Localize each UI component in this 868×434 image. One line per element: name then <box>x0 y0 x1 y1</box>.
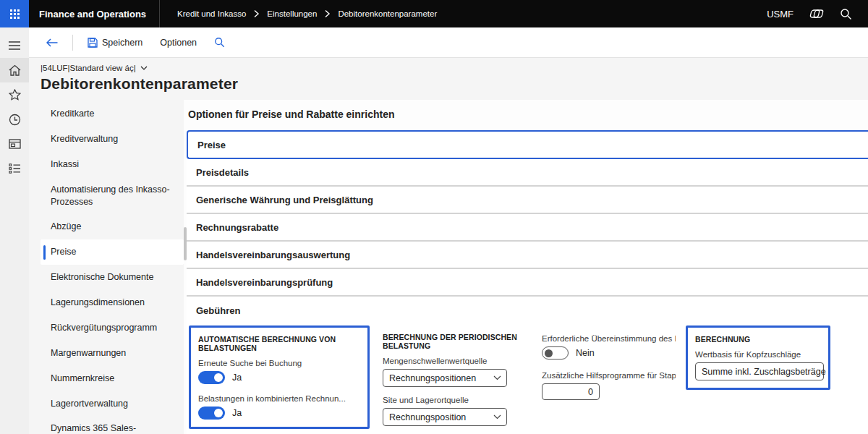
group-heading: BERECHNUNG <box>695 335 821 344</box>
chevron-right-icon <box>324 9 331 18</box>
toggle-belastungen-kombiniert[interactable] <box>198 407 225 420</box>
nav-rail <box>0 27 29 434</box>
section-gebuehren[interactable]: Gebühren <box>187 297 868 324</box>
section-generische-waehrung[interactable]: Generische Währung und Preisglättung <box>187 187 868 214</box>
workspace-icon[interactable] <box>0 132 29 156</box>
field-label: Erforderliche Übereinstimmung des Be... <box>542 334 676 343</box>
group-automatische-berechnung: AUTOMATISCHE BERECHNUNG VON BELASTUNGEN … <box>189 326 370 429</box>
copilot-icon[interactable] <box>809 7 824 20</box>
field-label: Site und Lagerortquelle <box>383 396 522 404</box>
page: |54LUF|Standard view áç| Debitorenkonten… <box>29 58 868 434</box>
floppy-icon <box>88 38 98 48</box>
arrow-left-icon <box>46 38 58 47</box>
dropdown-value: Summe inkl. Zuschlagsbeträge <box>702 367 826 377</box>
nav-item-d365-sales-integration[interactable]: Dynamics 365 Sales-Integration <box>41 416 184 434</box>
nav-item-rueckverguetungsprogramm[interactable]: Rückvergütungsprogramm <box>41 315 184 341</box>
section-label: Handelsvereinbarungsauswertung <box>196 250 350 260</box>
chevron-down-icon <box>493 414 501 420</box>
company-picker[interactable]: USMF <box>767 9 793 20</box>
nav-item-preise[interactable]: Preise <box>41 239 184 265</box>
home-icon[interactable] <box>0 58 29 82</box>
app-launcher-button[interactable] <box>0 0 29 27</box>
nav-item-kreditkarte[interactable]: Kreditkarte <box>41 101 184 127</box>
input-value: 0 <box>588 387 593 397</box>
clock-icon[interactable] <box>0 107 29 132</box>
dropdown-site-lagerortquelle[interactable]: Rechnungsposition <box>383 408 507 426</box>
panel-title: Optionen für Preise und Rabatte einricht… <box>187 109 868 120</box>
field-label: Wertbasis für Kopfzuschläge <box>695 350 821 359</box>
nav-item-lagerortverwaltung[interactable]: Lagerortverwaltung <box>41 391 184 417</box>
section-label: Generische Währung und Preisglättung <box>196 195 373 205</box>
topbar-divider <box>159 0 160 27</box>
view-selector[interactable]: |54LUF|Standard view áç| <box>41 64 148 72</box>
section-label: Gebühren <box>196 305 240 316</box>
gebuehren-fields: AUTOMATISCHE BERECHNUNG VON BELASTUNGEN … <box>187 324 868 434</box>
section-rechnungsrabatte[interactable]: Rechnungsrabatte <box>187 214 868 242</box>
dropdown-mengenschwellenwertquelle[interactable]: Rechnungspositionen <box>383 369 507 387</box>
section-label: Preisdetails <box>196 167 249 178</box>
nav-item-elektronische-dokumente[interactable]: Elektronische Dokumente <box>41 265 184 290</box>
nav-scrollbar[interactable] <box>184 227 187 260</box>
search-icon <box>214 37 225 48</box>
settings-nav: Kreditkarte Kreditverwaltung Inkassi Aut… <box>41 100 184 434</box>
nav-item-lagerungsdimensionen[interactable]: Lagerungsdimensionen <box>41 290 184 315</box>
nav-item-inkasso-automatisierung[interactable]: Automatisierung des Inkasso-Prozesses <box>41 177 184 215</box>
dropdown-value: Rechnungsposition <box>389 412 466 422</box>
chevron-down-icon <box>140 66 148 70</box>
group-uebereinstimmung: Erforderliche Übereinstimmung des Be... … <box>535 326 683 407</box>
breadcrumb-item-page[interactable]: Debitorenkontenparameter <box>338 9 437 18</box>
dropdown-wertbasis-kopfzuschlaege[interactable]: Summe inkl. Zuschlagsbeträge <box>695 362 824 380</box>
nav-item-margenwarnungen[interactable]: Margenwarnungen <box>41 341 184 366</box>
nav-item-nummernkreise[interactable]: Nummernkreise <box>41 366 184 391</box>
app-launcher-icon <box>10 9 20 19</box>
modules-icon[interactable] <box>0 156 29 181</box>
toggle-value: Ja <box>232 373 242 383</box>
breadcrumb-item-module[interactable]: Kredit und Inkasso <box>177 9 246 18</box>
search-icon[interactable] <box>840 8 852 20</box>
breadcrumb-item-section[interactable]: Einstellungen <box>267 9 317 18</box>
page-title: Debitorenkontenparameter <box>41 75 868 93</box>
content-panel: Optionen für Preise und Rabatte einricht… <box>184 100 868 434</box>
section-label: Preise <box>197 140 226 150</box>
group-periodische-belastung: BERECHNUNG DER PERIODISCHEN BELASTUNG Me… <box>375 326 529 433</box>
group-heading: BERECHNUNG DER PERIODISCHEN BELASTUNG <box>383 333 522 350</box>
action-bar: Speichern Optionen <box>29 27 868 58</box>
chevron-right-icon <box>253 9 260 18</box>
section-label: Handelsvereinbarungsprüfung <box>196 277 333 288</box>
field-label: Zusätzliche Hilfsprogramme für Stapel <box>542 371 676 380</box>
group-heading: AUTOMATISCHE BERECHNUNG VON BELASTUNGEN <box>198 335 360 352</box>
group-berechnung: BERECHNUNG Wertbasis für Kopfzuschläge S… <box>686 326 830 390</box>
input-hilfsprogramme-stapel[interactable]: 0 <box>542 383 600 400</box>
view-selector-label: |54LUF|Standard view áç| <box>41 64 136 72</box>
breadcrumb: Kredit und Inkasso Einstellungen Debitor… <box>177 9 437 18</box>
field-label: Belastungen in kombinierten Rechnun... <box>198 394 360 403</box>
toggle-erneute-suche[interactable] <box>198 371 225 384</box>
toggle-erforderliche-uebereinstimmung[interactable] <box>542 346 569 359</box>
save-button[interactable]: Speichern <box>80 33 150 52</box>
options-button[interactable]: Optionen <box>153 33 204 52</box>
selected-indicator <box>43 245 46 260</box>
options-button-label: Optionen <box>160 38 197 48</box>
section-handelsvereinbarungspruefung[interactable]: Handelsvereinbarungsprüfung <box>187 269 868 297</box>
star-icon[interactable] <box>0 82 29 107</box>
section-handelsvereinbarungsauswertung[interactable]: Handelsvereinbarungsauswertung <box>187 242 868 269</box>
nav-item-abzuege[interactable]: Abzüge <box>41 214 184 239</box>
toggle-value: Ja <box>232 408 242 418</box>
chevron-down-icon <box>493 375 501 380</box>
actionbar-divider <box>72 35 73 51</box>
nav-item-label: Preise <box>51 247 76 257</box>
app-name[interactable]: Finance and Operations <box>29 9 159 20</box>
toggle-value: Nein <box>576 348 595 358</box>
nav-item-inkassi[interactable]: Inkassi <box>41 152 184 177</box>
back-button[interactable] <box>39 34 65 51</box>
toolbar-search-button[interactable] <box>207 33 232 52</box>
top-bar: Finance and Operations Kredit und Inkass… <box>0 0 868 27</box>
field-label: Erneute Suche bei Buchung <box>198 359 360 367</box>
nav-item-kreditverwaltung[interactable]: Kreditverwaltung <box>41 127 184 152</box>
section-preisdetails[interactable]: Preisdetails <box>187 159 868 187</box>
hamburger-icon[interactable] <box>0 33 29 58</box>
topbar-right: USMF <box>767 7 868 20</box>
field-label: Mengenschwellenwertquelle <box>383 357 522 365</box>
section-preise[interactable]: Preise <box>187 130 868 159</box>
dropdown-value: Rechnungspositionen <box>389 373 476 383</box>
